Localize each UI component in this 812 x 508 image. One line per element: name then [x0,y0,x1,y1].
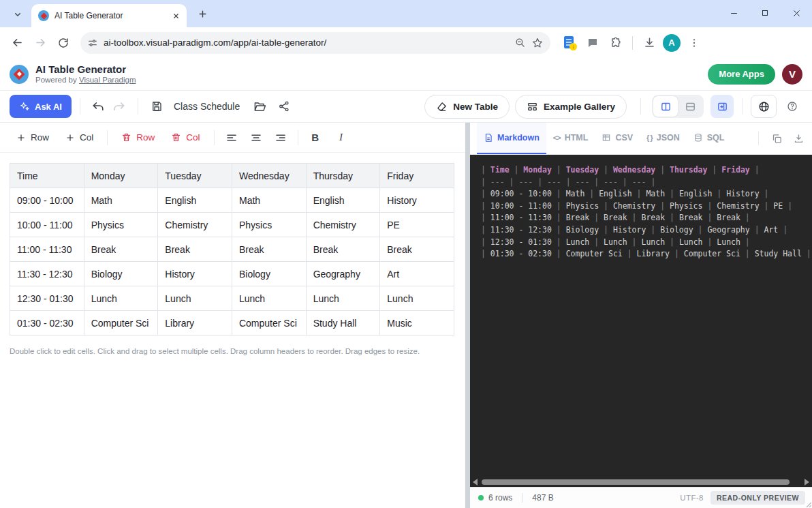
table-cell[interactable]: Physics [232,213,306,237]
table-cell[interactable]: Break [380,237,454,262]
table-cell[interactable]: English [306,188,380,213]
column-header[interactable]: Wednesday [232,164,306,188]
browser-tab[interactable]: AI Table Generator [31,4,187,27]
table-cell[interactable]: 10:00 - 11:00 [10,213,84,237]
bold-button[interactable]: B [305,128,326,148]
scroll-right-icon[interactable] [805,479,809,485]
copy-button[interactable] [767,129,786,148]
new-tab-button[interactable] [193,5,211,23]
table-cell[interactable]: PE [380,213,454,237]
column-header[interactable]: Tuesday [158,164,232,188]
add-col-button[interactable]: Col [59,128,100,148]
delete-row-button[interactable]: Row [114,128,161,148]
reload-button[interactable] [53,33,74,53]
table-cell[interactable]: History [380,188,454,213]
table-cell[interactable]: Biology [232,262,306,286]
table-cell[interactable]: Break [158,237,232,262]
tab-csv[interactable]: CSV [595,123,640,154]
tab-close-icon[interactable] [170,10,181,21]
align-right-button[interactable] [270,128,291,148]
table-cell[interactable]: Break [232,237,306,262]
table-cell[interactable]: Geography [306,262,380,286]
share-button[interactable] [274,96,294,117]
table-cell[interactable]: Break [306,237,380,262]
italic-button[interactable]: I [331,128,352,148]
horizontal-scrollbar[interactable] [470,477,812,487]
table-cell[interactable]: Lunch [306,286,380,311]
split-vertical-button[interactable] [653,96,678,117]
table-cell[interactable]: 11:00 - 11:30 [10,237,84,262]
scrollbar-thumb[interactable] [482,479,790,485]
align-left-button[interactable] [221,128,242,148]
table-cell[interactable]: Break [84,237,158,262]
column-header[interactable]: Monday [84,164,158,188]
browser-profile-avatar[interactable]: A [663,34,681,52]
table-cell[interactable]: Biology [84,262,158,286]
address-bar[interactable]: ai-toolbox.visual-paradigm.com/app/ai-ta… [80,32,550,54]
docs-extension-icon[interactable]: ↓ [560,33,579,53]
visual-paradigm-link[interactable]: Visual Paradigm [79,76,136,84]
comment-extension-icon[interactable] [583,33,602,53]
panel-resize-handle[interactable] [465,123,470,508]
back-button[interactable] [7,33,27,53]
column-header[interactable]: Time [10,164,84,188]
user-avatar[interactable]: V [782,64,802,85]
save-button[interactable] [146,96,167,117]
table-cell[interactable]: Lunch [158,286,232,311]
table-cell[interactable]: 01:30 - 02:30 [10,311,84,335]
column-header[interactable]: Friday [380,164,454,188]
table-cell[interactable]: Chemistry [306,213,380,237]
table-cell[interactable]: Computer Sci [84,311,158,335]
close-window-button[interactable] [781,0,812,26]
toggle-right-panel-button[interactable] [710,95,734,118]
downloads-icon[interactable] [640,33,659,53]
table-cell[interactable]: Lunch [84,286,158,311]
forward-button[interactable] [30,33,50,53]
table-cell[interactable]: 12:30 - 01:30 [10,286,84,311]
url-text[interactable]: ai-toolbox.visual-paradigm.com/app/ai-ta… [104,38,509,48]
tab-sql[interactable]: SQL [687,123,732,154]
example-gallery-button[interactable]: Example Gallery [515,95,627,119]
table-cell[interactable]: Computer Sci [232,311,306,335]
new-table-button[interactable]: New Table [424,95,510,119]
table-cell[interactable]: Chemistry [158,213,232,237]
split-horizontal-button[interactable] [678,96,702,117]
scroll-left-icon[interactable] [473,479,478,485]
extensions-puzzle-icon[interactable] [606,33,625,53]
more-apps-button[interactable]: More Apps [708,64,775,85]
column-header[interactable]: Thursday [306,164,380,188]
download-button[interactable] [789,129,808,148]
table-name-label[interactable]: Class Schedule [174,101,240,112]
tab-markdown[interactable]: Markdown [477,123,546,154]
ask-ai-button[interactable]: Ask AI [10,95,72,118]
site-settings-icon[interactable] [87,38,98,48]
table-cell[interactable]: Library [158,311,232,335]
minimize-button[interactable] [718,0,749,26]
add-row-button[interactable]: Row [10,128,56,148]
table-cell[interactable]: Math [84,188,158,213]
table-cell[interactable]: Lunch [380,286,454,311]
delete-col-button[interactable]: Col [164,128,206,148]
maximize-button[interactable] [749,0,781,26]
table-cell[interactable]: Study Hall [306,311,380,335]
table-cell[interactable]: Music [380,311,454,335]
tab-search-button[interactable] [8,5,27,24]
table-cell[interactable]: 11:30 - 12:30 [10,262,84,286]
redo-button[interactable] [109,96,129,117]
table-cell[interactable]: 09:00 - 10:00 [10,188,84,213]
table-cell[interactable]: History [158,262,232,286]
align-center-button[interactable] [246,128,266,148]
zoom-out-icon[interactable] [514,37,526,48]
bookmark-star-icon[interactable] [531,37,544,49]
open-file-button[interactable] [249,96,270,117]
resize-grip-icon[interactable] [805,500,811,507]
tab-html[interactable]: <>HTML [546,123,595,154]
help-button[interactable] [782,96,802,117]
browser-menu-icon[interactable] [685,33,704,53]
tab-json[interactable]: { }JSON [640,123,687,154]
table-cell[interactable]: Art [380,262,454,286]
table-cell[interactable]: Lunch [232,286,306,311]
language-button[interactable] [751,95,777,118]
table-cell[interactable]: Physics [84,213,158,237]
table-cell[interactable]: Math [232,188,306,213]
